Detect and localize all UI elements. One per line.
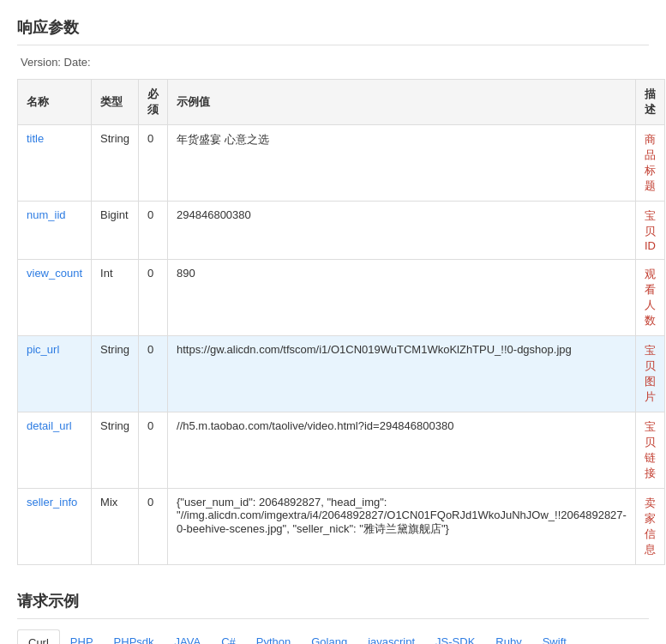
table-header-row: 名称 类型 必须 示例值 描述 (18, 80, 665, 125)
field-type-cell: Bigint (92, 202, 139, 260)
field-desc-cell: 观看人数 (635, 260, 664, 336)
tab-item-c#[interactable]: C# (211, 629, 246, 644)
tab-item-phpsdk[interactable]: PHPsdk (104, 629, 165, 644)
tab-item-php[interactable]: PHP (60, 629, 104, 644)
col-example: 示例值 (168, 80, 636, 125)
field-desc-cell: 宝贝ID (635, 202, 664, 260)
tab-item-swift[interactable]: Swift (532, 629, 577, 644)
table-row: num_iidBigint0294846800380宝贝ID (18, 202, 665, 260)
table-row: detail_urlString0//h5.m.taobao.com/taoli… (18, 412, 665, 489)
section-title-request: 请求示例 (17, 582, 649, 619)
field-type-cell: String (92, 125, 139, 202)
tab-item-js-sdk[interactable]: JS-SDK (425, 629, 485, 644)
col-name: 名称 (18, 80, 92, 125)
field-name-cell: view_count (18, 260, 92, 336)
field-required-cell: 0 (139, 202, 168, 260)
field-desc-cell: 宝贝链接 (635, 412, 664, 489)
field-type-cell: Mix (92, 489, 139, 565)
tab-item-golang[interactable]: Golang (301, 629, 357, 644)
section-request-example: 请求示例 CurlPHPPHPsdkJAVAC#PythonGolangjava… (17, 582, 649, 644)
section-response-params: 响应参数 Version: Date: 名称 类型 必须 示例值 描述 titl… (17, 9, 649, 565)
field-required-cell: 0 (139, 489, 168, 565)
field-example-cell: 年货盛宴 心意之选 (168, 125, 636, 202)
field-example-cell: //h5.m.taobao.com/taolive/video.html?id=… (168, 412, 636, 489)
params-table: 名称 类型 必须 示例值 描述 titleString0年货盛宴 心意之选商品标… (17, 79, 665, 565)
table-row: titleString0年货盛宴 心意之选商品标题 (18, 125, 665, 202)
tab-item-python[interactable]: Python (246, 629, 301, 644)
field-example-cell: 890 (168, 260, 636, 336)
field-required-cell: 0 (139, 125, 168, 202)
section-title-response: 响应参数 (17, 9, 649, 45)
field-name-cell: seller_info (18, 489, 92, 565)
field-desc-cell: 卖家信息 (635, 489, 664, 565)
table-row: view_countInt0890观看人数 (18, 260, 665, 336)
language-tabs-bar: CurlPHPPHPsdkJAVAC#PythonGolangjavascrip… (17, 629, 649, 644)
field-required-cell: 0 (139, 336, 168, 412)
col-type: 类型 (92, 80, 139, 125)
field-required-cell: 0 (139, 260, 168, 336)
version-line: Version: Date: (17, 56, 649, 69)
tab-item-curl[interactable]: Curl (17, 629, 60, 644)
field-name-cell: num_iid (18, 202, 92, 260)
field-type-cell: String (92, 412, 139, 489)
field-name-cell: pic_url (18, 336, 92, 412)
table-row: pic_urlString0https://gw.alicdn.com/tfsc… (18, 336, 665, 412)
field-example-cell: {"user_num_id": 2064892827, "head_img": … (168, 489, 636, 565)
tab-item-ruby[interactable]: Ruby (485, 629, 531, 644)
col-desc: 描述 (635, 80, 664, 125)
col-required: 必须 (139, 80, 168, 125)
field-required-cell: 0 (139, 412, 168, 489)
field-name-cell: title (18, 125, 92, 202)
field-desc-cell: 商品标题 (635, 125, 664, 202)
tab-item-java[interactable]: JAVA (165, 629, 212, 644)
field-name-cell: detail_url (18, 412, 92, 489)
field-example-cell: https://gw.alicdn.com/tfscom/i1/O1CN019W… (168, 336, 636, 412)
tab-item-javascript[interactable]: javascript (357, 629, 425, 644)
table-row: seller_infoMix0{"user_num_id": 206489282… (18, 489, 665, 565)
field-type-cell: String (92, 336, 139, 412)
field-example-cell: 294846800380 (168, 202, 636, 260)
field-type-cell: Int (92, 260, 139, 336)
field-desc-cell: 宝贝图片 (635, 336, 664, 412)
